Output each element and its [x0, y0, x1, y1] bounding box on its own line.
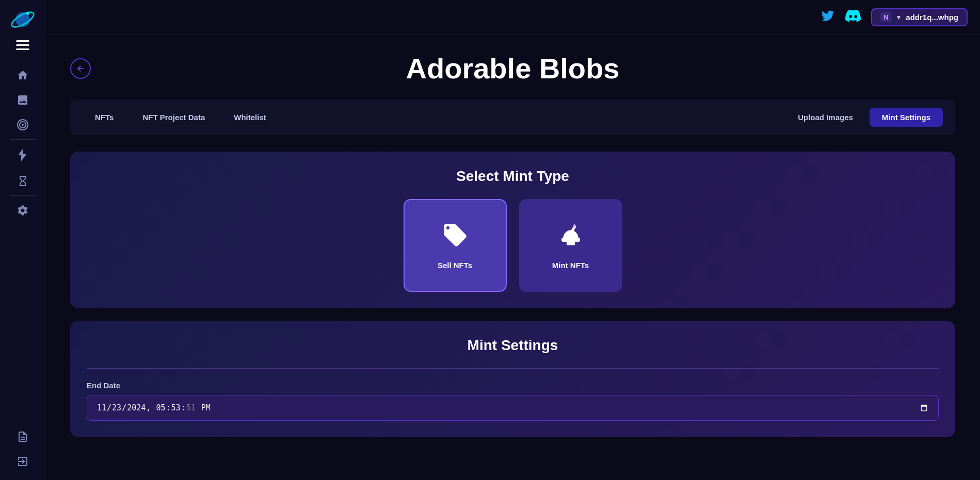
select-mint-type-title: Select Mint Type	[87, 168, 939, 185]
tab-upload-images[interactable]: Upload Images	[785, 108, 865, 127]
sidebar-item-exit[interactable]	[17, 449, 29, 474]
main-content: Adorable Blobs NFTs NFT Project Data Whi…	[45, 35, 980, 480]
mint-settings-divider	[87, 368, 939, 369]
svg-rect-10	[566, 242, 574, 245]
svg-point-2	[26, 12, 29, 15]
topbar: N ▼ addr1q...whpg	[45, 0, 980, 35]
sell-nfts-icon	[442, 222, 469, 254]
mint-settings-card: Mint Settings End Date	[70, 321, 955, 437]
tab-mint-settings[interactable]: Mint Settings	[870, 108, 943, 127]
svg-rect-4	[16, 44, 29, 46]
wallet-chevron-icon: ▼	[895, 14, 902, 21]
tab-nft-project-data[interactable]: NFT Project Data	[130, 108, 217, 127]
mint-nfts-card[interactable]: Mint NFTs	[519, 199, 622, 292]
tabs-bar: NFTs NFT Project Data Whitelist Upload I…	[70, 100, 955, 135]
sell-nfts-label: Sell NFTs	[438, 261, 472, 270]
sidebar-item-target[interactable]	[0, 112, 45, 137]
wallet-address: addr1q...whpg	[906, 13, 958, 22]
sidebar-item-home[interactable]	[0, 63, 45, 88]
end-date-field: End Date	[87, 381, 939, 421]
svg-rect-3	[16, 40, 29, 42]
end-date-input[interactable]	[87, 395, 939, 421]
sidebar-divider-1	[10, 139, 36, 140]
sidebar-divider-2	[10, 195, 36, 196]
tab-whitelist[interactable]: Whitelist	[221, 108, 279, 127]
sidebar-item-gallery[interactable]	[0, 88, 45, 112]
select-mint-type-card: Select Mint Type Sell NFTs	[70, 152, 955, 308]
back-button[interactable]	[70, 58, 91, 79]
page-title: Adorable Blobs	[406, 52, 620, 85]
tab-nfts[interactable]: NFTs	[83, 108, 126, 127]
sidebar-item-docs[interactable]	[17, 424, 29, 449]
wallet-button[interactable]: N ▼ addr1q...whpg	[871, 8, 968, 26]
twitter-icon[interactable]	[821, 8, 835, 26]
hamburger-menu[interactable]	[16, 40, 29, 54]
mint-nfts-icon	[557, 222, 584, 254]
wallet-network-badge: N	[880, 12, 891, 22]
sidebar-item-hourglass[interactable]	[0, 169, 45, 193]
mint-settings-title: Mint Settings	[87, 337, 939, 354]
svg-rect-5	[16, 48, 29, 50]
page-title-row: Adorable Blobs	[70, 52, 955, 85]
mint-type-grid: Sell NFTs Mint NFTs	[87, 199, 939, 292]
svg-rect-9	[561, 237, 580, 241]
sidebar	[0, 0, 45, 480]
sidebar-item-settings[interactable]	[0, 198, 45, 223]
discord-icon[interactable]	[845, 8, 861, 26]
sell-nfts-card[interactable]: Sell NFTs	[404, 199, 507, 292]
end-date-label: End Date	[87, 381, 939, 390]
mint-nfts-label: Mint NFTs	[552, 261, 589, 270]
sidebar-logo[interactable]	[9, 6, 36, 35]
svg-point-8	[22, 124, 24, 126]
sidebar-item-boost[interactable]	[0, 142, 45, 169]
sidebar-bottom	[17, 424, 29, 474]
